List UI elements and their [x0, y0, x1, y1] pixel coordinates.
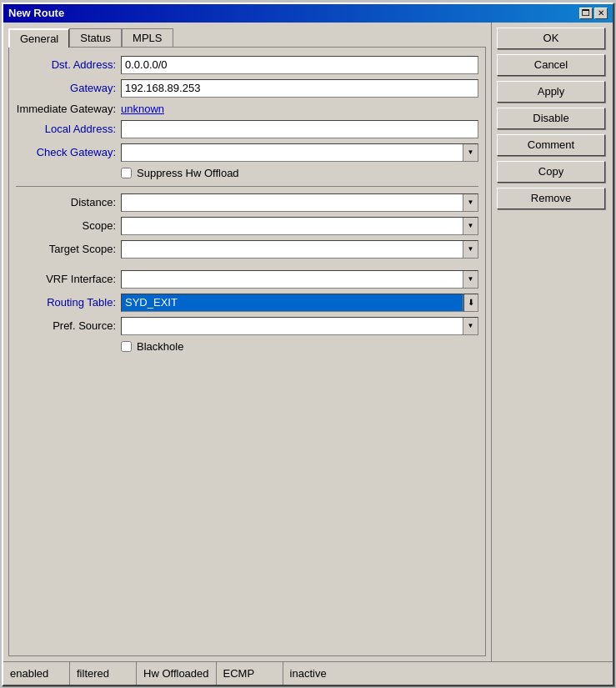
vrf-interface-row: VRF Interface: ▼: [16, 270, 478, 289]
scope-row: Scope: ▼: [16, 217, 478, 235]
main-content: General Status MPLS Dst. Address: Gatewa…: [3, 23, 492, 661]
dst-address-row: Dst. Address:: [16, 56, 478, 74]
distance-select-wrapper: ▼: [121, 193, 478, 212]
minimize-button[interactable]: 🗖: [579, 8, 593, 19]
gateway-row: Gateway:: [16, 79, 478, 98]
vrf-interface-label: VRF Interface:: [16, 273, 116, 285]
local-address-input[interactable]: [121, 120, 478, 138]
target-scope-select[interactable]: [121, 240, 478, 259]
pref-source-row: Pref. Source: ▼: [16, 317, 478, 335]
suppress-hw-row: Suppress Hw Offload: [16, 167, 478, 179]
dialog-body: General Status MPLS Dst. Address: Gatewa…: [3, 23, 613, 661]
tab-status[interactable]: Status: [69, 28, 122, 48]
suppress-hw-label: Suppress Hw Offload: [137, 167, 239, 179]
distance-select[interactable]: [121, 193, 478, 212]
status-inactive: inactive: [283, 662, 350, 685]
title-bar: New Route 🗖 ✕: [3, 4, 613, 23]
tab-general[interactable]: General: [8, 28, 69, 48]
title-bar-buttons: 🗖 ✕: [579, 8, 608, 19]
local-address-label: Local Address:: [16, 123, 116, 135]
sidebar-buttons: OK Cancel Apply Disable Comment Copy Rem…: [492, 23, 613, 661]
immediate-gateway-label: Immediate Gateway:: [16, 103, 116, 115]
pref-source-select[interactable]: [121, 317, 478, 335]
cancel-button[interactable]: Cancel: [497, 54, 605, 76]
distance-row: Distance: ▼: [16, 193, 478, 212]
vrf-interface-select-wrapper: ▼: [121, 270, 478, 289]
close-button[interactable]: ✕: [594, 8, 608, 19]
routing-table-input[interactable]: [121, 294, 463, 312]
check-gateway-select-wrapper: ▼: [121, 143, 478, 162]
comment-button[interactable]: Comment: [497, 134, 605, 156]
ok-button[interactable]: OK: [497, 28, 605, 49]
blackhole-row: Blackhole: [16, 340, 478, 353]
immediate-gateway-link[interactable]: unknown: [121, 103, 164, 115]
tab-mpls[interactable]: MPLS: [122, 28, 173, 48]
dialog-title: New Route: [8, 7, 64, 19]
tab-content-general: Dst. Address: Gateway: Immediate Gateway…: [8, 47, 486, 656]
dst-address-label: Dst. Address:: [16, 58, 116, 71]
copy-button[interactable]: Copy: [497, 161, 605, 183]
pref-source-select-wrapper: ▼: [121, 317, 478, 335]
scope-select-wrapper: ▼: [121, 217, 478, 235]
routing-table-label: Routing Table:: [16, 296, 116, 309]
routing-table-wrapper: ⬇: [121, 294, 478, 312]
routing-table-dropdown-button[interactable]: ⬇: [463, 294, 478, 312]
distance-label: Distance:: [16, 196, 116, 208]
separator-1: [16, 186, 478, 187]
scope-select[interactable]: [121, 217, 478, 235]
remove-button[interactable]: Remove: [497, 188, 605, 209]
pref-source-label: Pref. Source:: [16, 319, 116, 332]
apply-button[interactable]: Apply: [497, 81, 605, 103]
status-hw-offloaded: Hw Offloaded: [137, 662, 217, 685]
vrf-interface-select[interactable]: [121, 270, 478, 289]
tab-bar: General Status MPLS: [8, 28, 486, 47]
target-scope-select-wrapper: ▼: [121, 240, 478, 259]
scope-label: Scope:: [16, 219, 116, 232]
disable-button[interactable]: Disable: [497, 108, 605, 129]
status-enabled: enabled: [3, 662, 70, 685]
check-gateway-select[interactable]: [121, 143, 478, 162]
target-scope-label: Target Scope:: [16, 243, 116, 255]
suppress-hw-checkbox[interactable]: [121, 168, 132, 178]
status-filtered: filtered: [70, 662, 137, 685]
blackhole-checkbox[interactable]: [121, 341, 132, 352]
blackhole-label: Blackhole: [137, 340, 183, 353]
status-bar: enabled filtered Hw Offloaded ECMP inact…: [3, 661, 613, 685]
target-scope-row: Target Scope: ▼: [16, 240, 478, 259]
spacer-1: [16, 264, 478, 270]
dst-address-input[interactable]: [121, 56, 478, 74]
status-ecmp: ECMP: [217, 662, 283, 685]
gateway-input[interactable]: [121, 79, 478, 98]
check-gateway-row: Check Gateway: ▼: [16, 143, 478, 162]
gateway-label: Gateway:: [16, 82, 116, 94]
dialog-window: New Route 🗖 ✕ General Status MPLS Dst. A…: [2, 3, 614, 686]
immediate-gateway-row: Immediate Gateway: unknown: [16, 103, 478, 115]
routing-table-row: Routing Table: ⬇: [16, 294, 478, 312]
local-address-row: Local Address:: [16, 120, 478, 138]
check-gateway-label: Check Gateway:: [16, 146, 116, 158]
